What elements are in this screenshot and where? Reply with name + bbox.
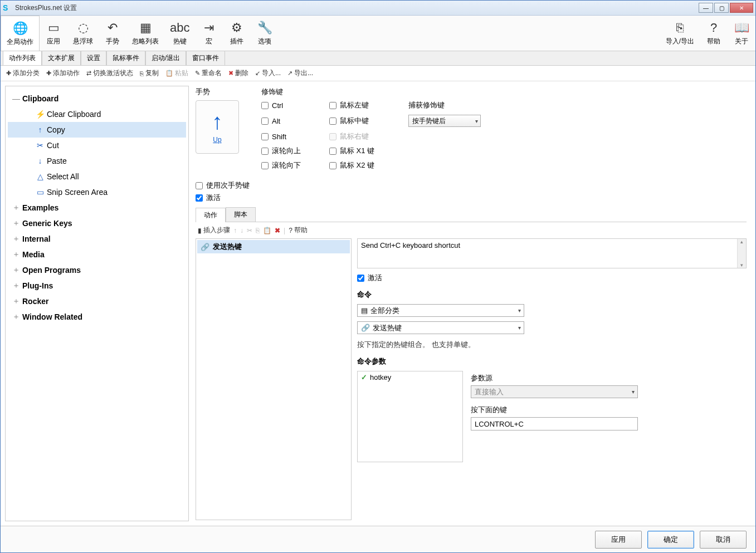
expand-icon[interactable]: ＋ [10, 249, 22, 260]
action-icon: ↓ [33, 156, 47, 165]
scrollbar[interactable]: ▴▾ [737, 239, 746, 268]
toolbar-importexport[interactable]: ⎘导入/导出 [660, 16, 700, 51]
modifier-mouse-0[interactable]: 鼠标左键 [329, 100, 402, 110]
tree-category[interactable]: —Clipboard [8, 91, 186, 106]
tree-action[interactable]: △Select All [8, 169, 186, 184]
hotkey-input[interactable] [471, 417, 638, 430]
tree-category[interactable]: ＋Generic Keys [8, 216, 186, 231]
modifier-Ctrl[interactable]: Ctrl [261, 101, 323, 110]
addact-icon: ✚ [46, 70, 51, 77]
tree-category[interactable]: ＋Plug-Ins [8, 278, 186, 293]
toolbar-hotkey[interactable]: abc热键 [164, 16, 195, 51]
copy-step-icon[interactable]: ⎘ [256, 227, 260, 234]
modifier-滚轮向下[interactable]: 滚轮向下 [261, 160, 323, 170]
toolbar-float[interactable]: ◌悬浮球 [67, 16, 99, 51]
apply-button[interactable]: 应用 [595, 531, 642, 549]
expand-icon[interactable]: ＋ [10, 234, 22, 244]
actionbar-toggle[interactable]: ⇄切换激活状态 [84, 67, 135, 79]
toolbar-gesture[interactable]: ↶手势 [99, 16, 126, 51]
paste-step-icon[interactable]: 📋 [263, 227, 271, 234]
collapse-icon[interactable]: — [10, 94, 22, 103]
tree-action[interactable]: ✂Cut [8, 138, 186, 153]
move-up-button[interactable]: ↑ [233, 227, 237, 234]
subtab-2[interactable]: 设置 [81, 51, 106, 65]
expand-icon[interactable]: ＋ [10, 203, 22, 213]
toolbar-help[interactable]: ?帮助 [700, 16, 728, 51]
modifier-滚轮向上[interactable]: 滚轮向上 [261, 146, 323, 156]
gesture-preview[interactable]: ↑ Up [196, 100, 239, 154]
expand-icon[interactable]: ＋ [10, 281, 22, 291]
actionbar-addcat[interactable]: ✚添加分类 [4, 67, 42, 79]
maximize-button[interactable]: ▢ [714, 3, 729, 13]
minimize-button[interactable]: — [699, 3, 713, 13]
step-active-checkbox[interactable]: 激活 [357, 273, 747, 283]
toolbar-about[interactable]: 📖关于 [728, 16, 755, 51]
titlebar: S StrokesPlus.net 设置 — ▢ ✕ [1, 1, 755, 16]
toolbar-ignore[interactable]: ▦忽略列表 [126, 16, 164, 51]
subtab-0[interactable]: 动作列表 [3, 51, 42, 65]
inner-tabs: 动作脚本 [196, 207, 747, 222]
edit-icon[interactable]: ✂ [247, 227, 252, 234]
inner-tab-1[interactable]: 脚本 [226, 207, 256, 222]
gesture-name-link[interactable]: Up [213, 136, 221, 144]
action-icon: ▭ [33, 188, 47, 197]
capture-modifier-select[interactable]: 按手势键后 [408, 115, 481, 127]
tree-action[interactable]: ↑Copy [8, 122, 186, 138]
tree-category[interactable]: ＋Media [8, 247, 186, 262]
expand-icon[interactable]: ＋ [10, 296, 22, 306]
command-select[interactable]: 🔗 发送热键 [357, 321, 524, 334]
toolbar-app[interactable]: ▭应用 [40, 16, 67, 51]
actionbar-import[interactable]: ↙导入... [253, 67, 283, 79]
subtab-5[interactable]: 窗口事件 [186, 51, 225, 65]
modifier-mouse-1[interactable]: 鼠标中键 [329, 116, 402, 126]
step-list[interactable]: 🔗 发送热键 [196, 238, 352, 520]
tree-category[interactable]: ＋Internal [8, 231, 186, 247]
move-down-button[interactable]: ↓ [240, 227, 243, 234]
param-list[interactable]: ✓ hotkey [357, 371, 463, 462]
description-textarea[interactable]: Send Ctrl+C keyboard shortcut ▴▾ [357, 238, 747, 268]
cancel-button[interactable]: 取消 [700, 531, 747, 549]
actionbar-addact[interactable]: ✚添加动作 [44, 67, 82, 79]
toolbar-macro[interactable]: ⇥宏 [195, 16, 223, 51]
tree-action[interactable]: ▭Snip Screen Area [8, 184, 186, 200]
delete-step-button[interactable]: ✖ [275, 227, 280, 234]
toolbar-options[interactable]: 🔧选项 [251, 16, 279, 51]
subtab-4[interactable]: 启动/退出 [145, 51, 186, 65]
tree-category[interactable]: ＋Rocker [8, 293, 186, 309]
action-icon: △ [33, 172, 47, 181]
tree-category[interactable]: ＋Examples [8, 200, 186, 216]
toggle-icon: ⇄ [86, 70, 91, 77]
modifier-mouse-3[interactable]: 鼠标 X1 键 [329, 146, 402, 156]
action-tree[interactable]: —Clipboard⚡Clear Clipboard↑Copy✂Cut↓Past… [5, 86, 189, 521]
modifier-Alt[interactable]: Alt [261, 117, 323, 125]
tree-category[interactable]: ＋Open Programs [8, 262, 186, 278]
actionbar-export[interactable]: ↗导出... [285, 67, 315, 79]
expand-icon[interactable]: ＋ [10, 265, 22, 275]
subtab-1[interactable]: 文本扩展 [42, 51, 81, 65]
tree-category[interactable]: ＋Window Related [8, 309, 186, 325]
copy-icon: ⎘ [140, 70, 144, 77]
modifier-Shift[interactable]: Shift [261, 133, 323, 141]
help-link[interactable]: ? 帮助 [289, 226, 308, 235]
actionbar-delete[interactable]: ✖删除 [226, 67, 251, 79]
expand-icon[interactable]: ＋ [10, 218, 22, 228]
expand-icon[interactable]: ＋ [10, 312, 22, 322]
inner-tab-0[interactable]: 动作 [196, 208, 226, 222]
active-checkbox[interactable]: 激活 [196, 193, 747, 203]
secondary-gesture-checkbox[interactable]: 使用次手势键 [196, 180, 747, 190]
float-icon: ◌ [78, 20, 89, 36]
insert-step-button[interactable]: ▮ 插入步骤 [198, 226, 230, 235]
ok-button[interactable]: 确定 [647, 531, 694, 549]
toolbar-global[interactable]: 🌐全局动作 [1, 16, 40, 51]
actionbar-copy[interactable]: ⎘复制 [138, 67, 161, 79]
subtab-3[interactable]: 鼠标事件 [106, 51, 145, 65]
category-select[interactable]: ▤ 全部分类 [357, 304, 524, 317]
modifier-mouse-4[interactable]: 鼠标 X2 键 [329, 160, 402, 170]
close-button[interactable]: ✕ [730, 3, 753, 13]
tree-action[interactable]: ⚡Clear Clipboard [8, 106, 186, 122]
actionbar-rename[interactable]: ✎重命名 [193, 67, 224, 79]
toolbar-plugin[interactable]: ⚙插件 [223, 16, 251, 51]
tree-action[interactable]: ↓Paste [8, 153, 186, 169]
step-item[interactable]: 🔗 发送热键 [197, 240, 350, 253]
param-item[interactable]: ✓ hotkey [358, 371, 462, 383]
